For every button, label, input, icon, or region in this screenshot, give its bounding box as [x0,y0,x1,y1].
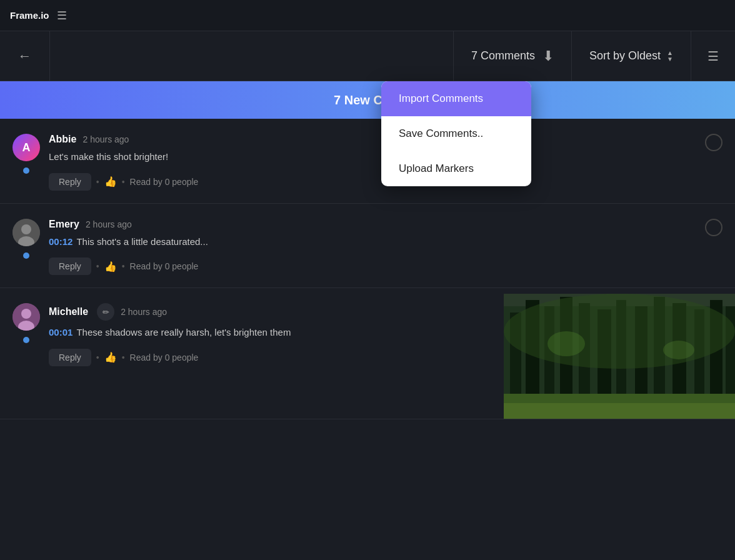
edit-icon[interactable]: ✏ [97,303,114,321]
dropdown-item-save[interactable]: Save Comments.. [381,116,531,151]
dropdown-item-upload[interactable]: Upload Markers [381,151,531,186]
toolbar-spacer [50,31,454,81]
comment-time: 2 hours ago [121,307,167,317]
reply-button[interactable]: Reply [49,349,91,366]
reply-button[interactable]: Reply [49,258,91,275]
new-comments-banner[interactable]: 7 New Com [0,81,735,119]
avatar-col [12,219,40,276]
svg-point-1 [21,224,31,234]
sort-button[interactable]: Sort by Oldest ▲ ▼ [572,31,691,81]
svg-point-21 [504,294,735,369]
avatar-col [12,303,40,406]
comment-author: Michelle [49,306,88,318]
unread-dot [23,337,29,343]
comment-time: 2 hours ago [82,134,129,144]
toolbar: ← 7 Comments ⬇ Sort by Oldest ▲ ▼ ☰ [0,31,735,81]
comments-count-label: 7 Comments [471,49,535,62]
sort-arrows-icon: ▲ ▼ [667,50,673,62]
dropdown-overlay: Import Comments Save Comments.. Upload M… [381,81,531,186]
avatar: A [12,134,40,161]
dot-sep: • [122,352,125,362]
avatar [12,219,40,246]
comments-list: A Abbie 2 hours ago Let's make this shot… [0,119,735,419]
hamburger-icon[interactable]: ☰ [57,9,67,22]
unread-dot [23,252,29,259]
dot-sep: • [122,177,125,187]
comment-author: Emery [49,219,79,230]
like-button[interactable]: 👍 [104,351,117,363]
comment-item: A Abbie 2 hours ago Let's make this shot… [0,119,735,204]
back-arrow-icon: ← [18,48,32,64]
top-bar: Frame.io ☰ [0,0,735,31]
comment-time: 2 hours ago [86,219,132,229]
dot-sep: • [96,177,99,187]
comment-body: Emery 2 hours ago 00:12This shot's a lit… [49,219,722,276]
avatar-col: A [12,134,40,191]
forest-thumbnail [504,294,735,419]
avatar [12,303,40,331]
filter-button[interactable]: ☰ [691,31,735,81]
dot-sep: • [96,352,99,362]
like-button[interactable]: 👍 [104,261,117,272]
back-button[interactable]: ← [0,31,50,81]
filter-icon: ☰ [708,49,719,64]
reply-button[interactable]: Reply [49,173,91,191]
sort-label: Sort by Oldest [589,49,661,62]
read-by-label: Read by 0 people [130,261,199,271]
comment-checkbox[interactable] [705,134,722,151]
svg-point-4 [21,309,31,319]
dot-sep: • [122,261,125,271]
dropdown-item-import[interactable]: Import Comments [381,81,531,116]
svg-point-24 [548,331,585,356]
dot-sep: • [96,261,99,271]
avatar-image [12,303,40,331]
unread-dot [23,168,29,174]
dropdown-menu: Import Comments Save Comments.. Upload M… [381,81,531,186]
comment-text: 00:12This shot's a little desaturated... [49,235,722,249]
app-title: Frame.io [10,10,49,21]
timecode: 00:12 [49,236,72,247]
like-button[interactable]: 👍 [104,176,117,188]
read-by-label: Read by 0 people [130,352,199,362]
comment-checkbox[interactable] [705,219,722,236]
avatar-image [12,219,40,246]
comment-author: Abbie [49,134,76,145]
comment-actions: Reply • 👍 • Read by 0 people [49,258,722,275]
comments-count-section: 7 Comments ⬇ [454,31,572,81]
svg-point-25 [663,341,694,359]
download-icon[interactable]: ⬇ [542,48,554,64]
timecode: 00:01 [49,327,72,338]
comment-thumbnail [504,294,735,419]
comment-item: Emery 2 hours ago 00:12This shot's a lit… [0,204,735,289]
comment-header: Emery 2 hours ago [49,219,722,230]
svg-rect-23 [504,403,735,419]
comment-item: Michelle ✏ 2 hours ago 00:01These shadow… [0,288,735,419]
read-by-label: Read by 0 people [130,177,199,187]
